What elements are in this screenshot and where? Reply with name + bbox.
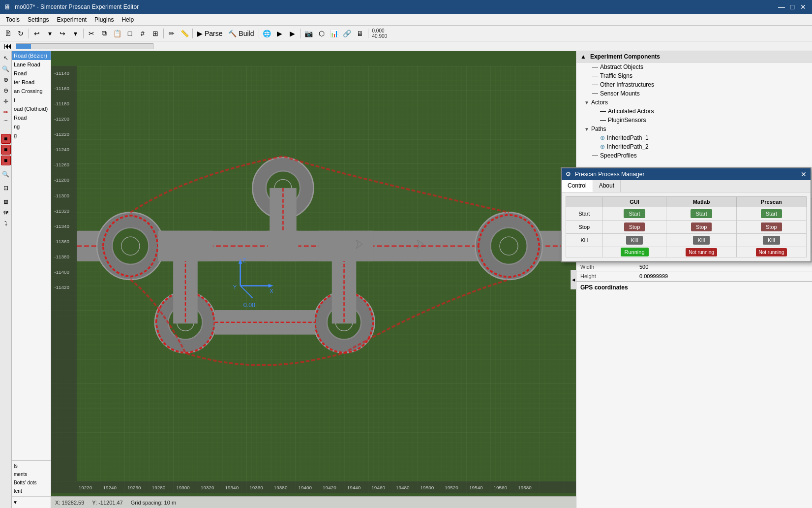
left-item-road2[interactable]: Road [12,113,51,122]
tree-paths[interactable]: ▼ Paths [576,125,812,133]
toolbar-chart[interactable]: 📊 [329,28,340,39]
canvas-status-bar: X: 19282.59 Y: -11201.47 Grid spacing: 1… [51,496,576,508]
left-item-ments[interactable]: ments [12,470,51,478]
maximize-button[interactable]: □ [787,2,797,12]
toolbar-sep2 [83,29,84,38]
tree-inherited-path-1[interactable]: ⊕ InheritedPath_1 [576,133,812,142]
canvas-viewport[interactable]: -11140 -11160 -11180 -11200 -11220 -1124… [51,51,576,508]
coord-y-display: Y: -11201.47 [92,500,122,506]
progress-track[interactable] [16,43,153,49]
toolbar-grid[interactable]: # [137,28,149,39]
tree-plugin-sensors[interactable]: — PluginSensors [576,116,812,125]
toolbar-pencil[interactable]: ✏ [166,28,178,39]
pm-matlab-stop-button[interactable]: Stop [691,222,712,231]
tool-select[interactable]: ↖ [1,53,11,63]
tool-red3[interactable]: ■ [1,156,11,165]
menu-plugins[interactable]: Plugins [90,15,118,24]
svg-text:-11200: -11200 [54,116,69,122]
tool-img1[interactable]: 🖼 [1,197,11,207]
tree-speed-profiles[interactable]: — SpeedProfiles [576,151,812,160]
left-item-ng[interactable]: ng [12,122,51,131]
menu-help[interactable]: Help [118,15,138,24]
pm-matlab-start-button[interactable]: Start [691,209,712,218]
menu-experiment[interactable]: Experiment [53,15,90,24]
toolbar-undo[interactable]: ↩ [31,28,43,39]
pm-prescan-kill-button[interactable]: Kill [763,236,780,245]
tool-select2[interactable]: ⊡ [1,183,11,193]
tree-abstract-objects[interactable]: — Abstract Objects [576,63,812,71]
left-item-tent[interactable]: tent [12,487,51,495]
pm-gui-kill-button[interactable]: Kill [626,236,643,245]
toolbar-paste[interactable]: 📋 [111,28,123,39]
tool-img2[interactable]: 🗺 [1,208,11,218]
pm-matlab-kill-button[interactable]: Kill [693,236,710,245]
toolbar-measure[interactable]: 📏 [179,28,190,39]
toolbar-delete[interactable]: □ [124,28,136,39]
pm-close-button[interactable]: ✕ [801,170,807,178]
rewind-button[interactable]: ⏮ [2,40,14,52]
toolbar-snap[interactable]: ⊞ [150,28,161,39]
minimize-button[interactable]: — [777,2,786,12]
close-button[interactable]: ✕ [798,2,808,12]
menu-settings[interactable]: Settings [24,15,53,24]
left-item-lane-road[interactable]: Lane Road [12,60,51,69]
toolbar-copy[interactable]: ⧉ [98,28,110,39]
toolbar-undo-dropdown[interactable]: ▾ [44,28,56,39]
pm-tab-about[interactable]: About [593,180,621,192]
pm-gui-start-button[interactable]: Start [624,209,645,218]
toolbar-new[interactable]: 🖹 [2,28,14,39]
pm-gui-stop-button[interactable]: Stop [624,222,645,231]
pm-tab-control[interactable]: Control [562,180,593,192]
left-item-clothoid[interactable]: oad (Clothoid) [12,104,51,113]
toolbar-camera[interactable]: 📷 [303,28,315,39]
tool-cursor[interactable]: ⤵ [1,219,11,228]
left-item-road-bezier[interactable]: Road (Bézier) [12,51,51,60]
tool-zoom3[interactable]: ⊖ [1,86,11,95]
exp-collapse-icon[interactable]: ▲ [580,53,586,60]
toolbar-globe[interactable]: 🌐 [261,28,273,39]
toolbar-cut[interactable]: ✂ [86,28,97,39]
tree-traffic-signs[interactable]: — Traffic Signs [576,71,812,80]
left-item-crossing[interactable]: an Crossing [12,87,51,95]
toolbar-parse[interactable]: ▶ Parse [195,28,225,39]
tool-pan[interactable]: ✛ [1,96,11,106]
pm-prescan-stop-button[interactable]: Stop [761,222,782,231]
toolbar-record[interactable]: ⬡ [316,28,328,39]
toolbar-play1[interactable]: ▶ [274,28,286,39]
tree-icon-abstract: — [592,64,598,70]
tool-red2[interactable]: ■ [1,145,11,155]
pm-prescan-start: Start [736,207,806,221]
tree-inherited-path-2[interactable]: ⊕ InheritedPath_2 [576,142,812,151]
toolbar-redo[interactable]: ↪ [57,28,68,39]
toolbar-monitor[interactable]: 🖥 [354,28,366,39]
left-item-ts[interactable]: ts [12,462,51,470]
pm-icon: ⚙ [566,171,571,178]
toolbar-refresh[interactable]: ↻ [15,28,27,39]
tool-red1[interactable]: ■ [1,134,11,144]
pm-prescan-start-button[interactable]: Start [761,209,782,218]
tool-draw[interactable]: ✏ [1,107,11,117]
left-item-g[interactable]: g [12,131,51,140]
toolbar-build[interactable]: 🔨 Build [226,28,256,39]
right-panel-collapse[interactable]: ◀ [571,270,576,289]
toolbar-redo-dropdown[interactable]: ▾ [69,28,81,39]
left-item-road[interactable]: Road [12,69,51,78]
left-item-t[interactable]: t [12,95,51,104]
panel-expand-btn[interactable]: ▼ [13,500,18,505]
left-item-botts[interactable]: Botts' dots [12,478,51,487]
toolbar-link[interactable]: 🔗 [341,28,353,39]
tree-other-infra[interactable]: — Other Infrastructures [576,80,812,89]
menu-tools[interactable]: Tools [2,15,24,24]
tool-zoom2[interactable]: ⊕ [1,75,11,85]
tool-curve[interactable]: ⌒ [1,118,11,128]
tool-zoom[interactable]: 🔍 [1,64,11,74]
pm-col-gui: GUI [602,197,666,207]
tree-articulated-actors[interactable]: — Articulated Actors [576,107,812,116]
tree-sensor-mounts[interactable]: — Sensor Mounts [576,89,812,98]
titlebar-title: mo007* - Simcenter Prescan Experiment Ed… [15,3,139,10]
tool-zoom-in[interactable]: 🔍 [1,169,11,179]
svg-text:-11260: -11260 [54,162,69,167]
tree-actors[interactable]: ▼ Actors [576,98,812,107]
left-item-ter-road[interactable]: ter Road [12,78,51,87]
toolbar-play2[interactable]: ▶ [287,28,299,39]
